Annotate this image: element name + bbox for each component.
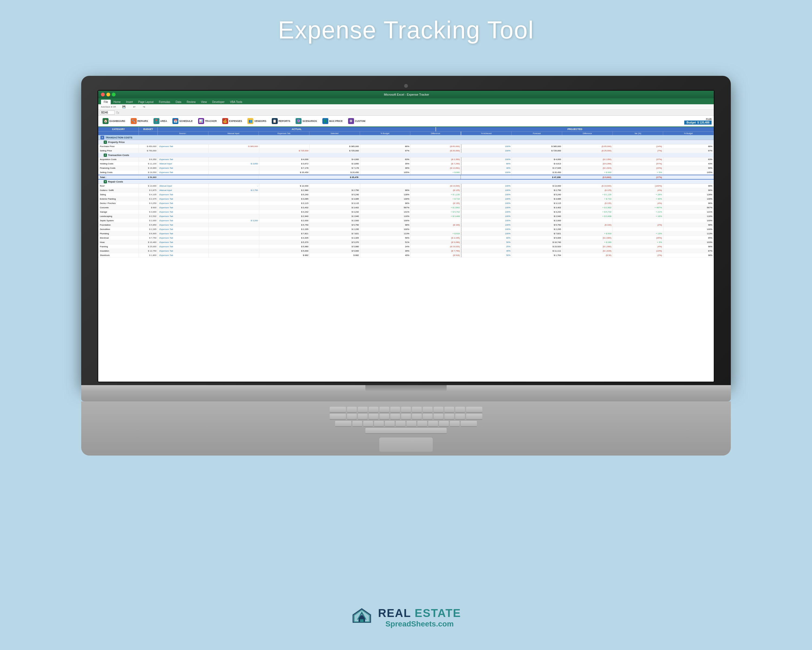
row-source: Expenses Tab xyxy=(158,245,209,249)
row-forecast: $ 1,764 xyxy=(512,253,562,257)
tab-review[interactable]: Review xyxy=(184,99,198,104)
source-sub: Source : xyxy=(158,132,208,135)
row-source: Manual Input xyxy=(158,162,209,166)
close-btn[interactable] xyxy=(101,93,105,96)
nav-vendors[interactable]: 👥 VENDORS xyxy=(245,117,269,125)
row-manual: - xyxy=(209,184,259,188)
row-manual xyxy=(209,158,259,161)
repairs-label: REPAIRS xyxy=(137,120,148,122)
nav-reports[interactable]: 📋 REPORTS xyxy=(270,117,293,125)
nav-repairs[interactable]: 🔧 REPAIRS xyxy=(128,117,150,125)
row-manual xyxy=(209,223,259,227)
row-pct-achieved: 100% xyxy=(461,232,512,236)
row-forecast: $ 725,000 xyxy=(512,149,562,153)
nav-custom[interactable]: ⚙ CUSTOM xyxy=(346,117,368,125)
budget-amount: $ 120,488 xyxy=(698,121,710,124)
laptop-container: Microsoft Excel - Expense Tracker File H… xyxy=(81,76,731,456)
subsection-1-title: Property Price xyxy=(108,141,125,144)
row-var-pct: + 3% xyxy=(613,240,663,244)
subsection-3-num: 3 xyxy=(104,180,107,184)
row-pct-budget2: 98% xyxy=(663,253,714,257)
row-difference: + $ 916 xyxy=(411,232,461,236)
row-forecast: $ 17,945 xyxy=(512,166,562,170)
table-row: Septic System $ 2,000 Expenses Tab $ 3,2… xyxy=(98,219,714,223)
row-proj-diff: + $ 2,802 xyxy=(562,206,613,210)
row-selected: $ 5,000 xyxy=(310,249,360,253)
nav-max-price[interactable]: 💲 MAX PRICE xyxy=(320,117,345,125)
undo-btn[interactable]: ↩ xyxy=(132,105,136,109)
tab-data[interactable]: Data xyxy=(173,99,184,104)
tab-page-layout[interactable]: Page Layout xyxy=(136,99,156,104)
laptop-camera xyxy=(404,84,408,88)
row-forecast: $ 2,940 xyxy=(512,214,562,218)
table-row: Selling Costs $ 19,550 Expenses Tab $ 20… xyxy=(98,170,714,175)
schedule-icon: 📅 xyxy=(172,118,179,124)
row-difference: + $ 1,135 xyxy=(411,193,461,197)
minimize-btn[interactable] xyxy=(106,93,110,96)
row-difference: + $ 900 xyxy=(411,170,461,174)
nav-scenarios[interactable]: 🔮 SCENARIOS xyxy=(293,117,319,125)
total-pa xyxy=(461,175,511,179)
row-proj-diff: ($ 65,000) xyxy=(562,144,613,148)
var-pct-sub: Var (%) xyxy=(613,132,663,135)
save-btn[interactable]: 💾 xyxy=(121,105,127,109)
row-expenses: $ 2,980 xyxy=(259,188,310,192)
row-proj-diff: + $ 1,135 xyxy=(562,193,613,197)
total-diff xyxy=(410,175,461,179)
row-pct-budget: 49% xyxy=(360,253,411,257)
nav-schedule[interactable]: 📅 SCHEDULE xyxy=(170,117,195,125)
subsection-2-num: 2 xyxy=(104,154,107,157)
row-pct-budget2: 567% xyxy=(663,206,714,210)
row-forecast: $ 385,000 xyxy=(512,144,562,148)
nav-expenses[interactable]: 💰 EXPENSES xyxy=(220,117,244,125)
row-manual xyxy=(209,227,259,231)
redo-btn[interactable]: ↪ xyxy=(142,105,146,109)
row-selected: $ 2,750 xyxy=(310,188,360,192)
nav-area[interactable]: 📍 AREA xyxy=(151,117,169,125)
row-pct-budget2: 100% xyxy=(663,219,714,223)
row-expenses: $ 20,450 xyxy=(259,170,310,174)
total-s2 xyxy=(208,175,258,179)
tab-vba[interactable]: VBA Tools xyxy=(227,99,245,104)
maximize-btn[interactable] xyxy=(112,93,116,96)
tab-developer[interactable]: Developer xyxy=(209,99,227,104)
tab-view[interactable]: View xyxy=(198,99,210,104)
row-pct-achieved: 50% xyxy=(461,253,512,257)
row-pct-achieved: 100% xyxy=(461,214,512,218)
row-difference xyxy=(411,227,461,231)
row-pct-budget2: 100% xyxy=(663,227,714,231)
row-source: Expenses Tab xyxy=(158,166,209,170)
formula-input[interactable] xyxy=(121,111,712,114)
row-pct-budget: 100% xyxy=(360,227,411,231)
table-row: Hvac $ 10,460 Expenses Tab $ 5,370 $ 5,3… xyxy=(98,240,714,245)
row-forecast: $ 5,240 xyxy=(512,193,562,197)
row-var-pct: (7%) xyxy=(613,149,663,153)
nav-tracker[interactable]: 📊 TRACKER xyxy=(196,117,219,125)
tab-file[interactable]: File xyxy=(101,99,111,104)
custom-icon: ⚙ xyxy=(348,118,354,124)
row-expenses: $ 2,000 xyxy=(259,219,310,223)
laptop-screen: Microsoft Excel - Expense Tracker File H… xyxy=(98,90,714,382)
row-name: Plumbing xyxy=(98,232,139,236)
row-pct-achieved: 50% xyxy=(461,240,512,244)
cell-reference[interactable] xyxy=(100,110,115,115)
nav-dashboard[interactable]: 🏠 DASHBOARD xyxy=(101,117,127,125)
row-forecast: $ 2,000 xyxy=(512,219,562,223)
row-var-pct xyxy=(613,219,663,223)
row-selected: $ 7,178 xyxy=(310,166,360,170)
brand-name-estate: ESTATE xyxy=(415,607,461,619)
budget-header: BUDGET xyxy=(139,127,158,132)
row-pct-budget: 39% xyxy=(360,249,411,253)
row-var-pct: (37%) xyxy=(613,158,663,161)
tab-insert[interactable]: Insert xyxy=(124,99,136,104)
row-selected: $ 4,000 xyxy=(310,158,360,161)
row-manual xyxy=(209,149,259,153)
row-selected: $ 3,850 xyxy=(310,162,360,166)
brand-logo-svg xyxy=(351,607,373,629)
row-manual xyxy=(209,232,259,236)
tab-home[interactable]: Home xyxy=(111,99,124,104)
row-pct-achieved: 45% xyxy=(461,249,512,253)
total-pb2 xyxy=(663,175,714,179)
row-manual: $ 3,850 xyxy=(209,162,259,166)
tab-formulas[interactable]: Formulas xyxy=(156,99,173,104)
